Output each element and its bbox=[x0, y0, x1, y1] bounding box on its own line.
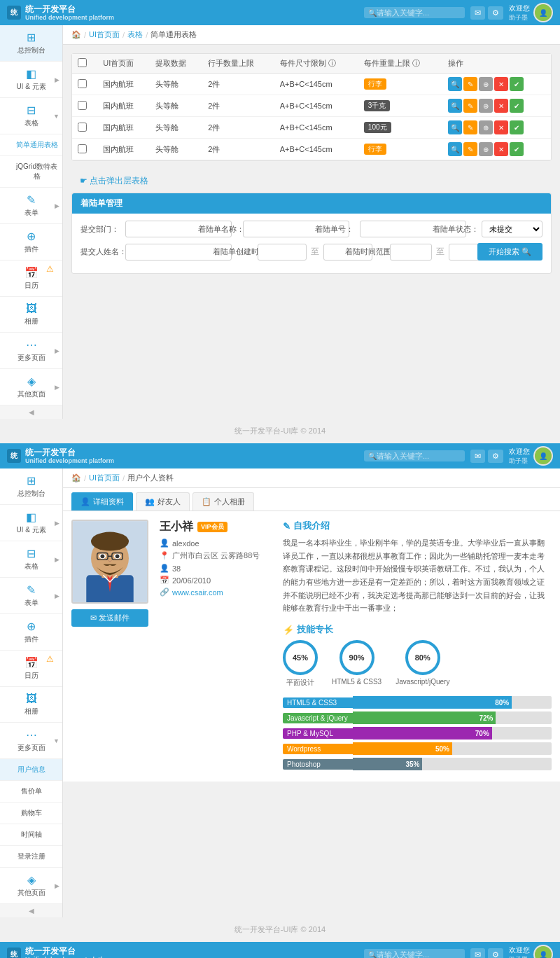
search-input-2[interactable] bbox=[377, 452, 461, 460]
sidebar2-cart[interactable]: 购物车 bbox=[0, 803, 62, 824]
breadcrumb-home[interactable]: 🏠 bbox=[71, 30, 81, 39]
confirm-btn-1[interactable]: ✔ bbox=[510, 99, 524, 113]
confirm-btn-2[interactable]: ✔ bbox=[510, 120, 524, 134]
settings-icon-btn-3[interactable]: ⚙ bbox=[488, 948, 503, 959]
select-all-checkbox[interactable] bbox=[78, 58, 87, 67]
copy-btn-0[interactable]: ⊕ bbox=[479, 77, 493, 91]
sidebar-sub-jqgrid[interactable]: jQGrid数特表格 bbox=[0, 156, 62, 188]
mail-icon-btn-2[interactable]: ✉ bbox=[470, 450, 485, 463]
sidebar-item-form[interactable]: ✎ 表单 ▶ bbox=[0, 188, 62, 224]
search-icon-3: 🔍 bbox=[368, 951, 377, 959]
profile-avatar bbox=[71, 520, 148, 604]
sidebar-collapse-btn-2[interactable]: ◀ bbox=[0, 904, 62, 917]
sidebar2-plugin[interactable]: ⊕ 插件 bbox=[0, 614, 62, 651]
view-btn-3[interactable]: 🔍 bbox=[448, 142, 462, 156]
tab-detail[interactable]: 👤 详细资料 bbox=[71, 492, 133, 511]
sidebar2-userinfo[interactable]: 用户信息 bbox=[0, 759, 62, 781]
copy-btn-1[interactable]: ⊕ bbox=[479, 99, 493, 113]
sidebar2-photo[interactable]: 🖼 相册 bbox=[0, 687, 62, 723]
sidebar-item-plugin[interactable]: ⊕ 插件 bbox=[0, 224, 62, 261]
app-title-3: 统一开发平台 bbox=[25, 946, 114, 956]
search-box-2[interactable]: 🔍 bbox=[364, 450, 465, 461]
copy-btn-3[interactable]: ⊕ bbox=[479, 142, 493, 156]
sidebar-item-more[interactable]: ⋯ 更多页面 ▶ bbox=[0, 333, 62, 369]
sidebar-label-ui: UI & 元素 bbox=[16, 82, 46, 92]
edit-btn-3[interactable]: ✎ bbox=[463, 142, 477, 156]
sidebar-item-dashboard[interactable]: ⊞ 总控制台 bbox=[0, 25, 62, 62]
view-btn-1[interactable]: 🔍 bbox=[448, 99, 462, 113]
row-checkbox-0[interactable] bbox=[78, 79, 87, 88]
cal-label-2: 日历 bbox=[24, 671, 38, 681]
sidebar-item-other[interactable]: ◈ 其他页面 ▶ bbox=[0, 369, 62, 405]
sidebar2-form[interactable]: ✎ 表单 ▶ bbox=[0, 578, 62, 614]
view-btn-2[interactable]: 🔍 bbox=[448, 120, 462, 134]
warning-icon: ⚠ bbox=[46, 264, 54, 274]
sidebar-item-ui[interactable]: ◧ UI & 元素 ▶ bbox=[0, 62, 62, 98]
sidebar2-timeline[interactable]: 时间轴 bbox=[0, 824, 62, 846]
confirm-btn-3[interactable]: ✔ bbox=[510, 142, 524, 156]
sidebar-label-calendar: 日历 bbox=[24, 281, 38, 291]
sidebar2-ui[interactable]: ◧ UI & 元素 ▶ bbox=[0, 505, 62, 541]
user-greeting: 欢迎您 bbox=[509, 4, 530, 13]
sidebar-sub-simple-table[interactable]: 简单通用表格 bbox=[0, 134, 62, 156]
settings-icon-btn[interactable]: ⚙ bbox=[488, 6, 503, 20]
search-input-3[interactable] bbox=[377, 950, 461, 958]
sidebar2-orders[interactable]: 售价单 bbox=[0, 781, 62, 803]
search-icon-2: 🔍 bbox=[368, 452, 377, 460]
sidebar-item-table[interactable]: ⊟ 表格 ▼ bbox=[0, 98, 62, 134]
profile-website: 🔗 www.csair.com bbox=[160, 588, 272, 597]
search-form: 着陆单管理 提交部门： 着陆单名称： bbox=[71, 193, 552, 274]
sidebar2-more[interactable]: ⋯ 更多页面 ▼ bbox=[0, 723, 62, 759]
sidebar2-calendar[interactable]: 📅 日历 ⚠ bbox=[0, 651, 62, 687]
dash-label-2: 总控制台 bbox=[18, 489, 46, 499]
row-checkbox-1[interactable] bbox=[78, 101, 87, 110]
breadcrumb-sep-5: / bbox=[122, 474, 125, 483]
sidebar2-table[interactable]: ⊟ 表格 ▶ bbox=[0, 541, 62, 578]
sidebar-label-dashboard: 总控制台 bbox=[18, 46, 46, 55]
click-hint[interactable]: ☛ 点击弹出层表格 bbox=[71, 169, 552, 193]
send-email-button[interactable]: ✉ 发送邮件 bbox=[71, 609, 148, 627]
edit-btn-2[interactable]: ✎ bbox=[463, 120, 477, 134]
sidebar-item-photo[interactable]: 🖼 相册 bbox=[0, 297, 62, 333]
breadcrumb-parent-2[interactable]: UI首页面 bbox=[89, 473, 120, 483]
dashboard-icon: ⊞ bbox=[27, 31, 36, 44]
create-time-start[interactable] bbox=[258, 244, 307, 261]
sidebar2-dashboard[interactable]: ⊞ 总控制台 bbox=[0, 468, 62, 505]
sidebar2-other[interactable]: ◈ 其他页面 ▶ bbox=[0, 868, 62, 904]
confirm-btn-0[interactable]: ✔ bbox=[510, 77, 524, 91]
sidebar-collapse-btn[interactable]: ◀ bbox=[0, 405, 62, 419]
tab-album[interactable]: 📋 个人相册 bbox=[192, 492, 254, 511]
breadcrumb-home-2[interactable]: 🏠 bbox=[71, 473, 81, 483]
delete-btn-2[interactable]: ✕ bbox=[494, 120, 508, 134]
sidebar2-login[interactable]: 登录注册 bbox=[0, 846, 62, 868]
breadcrumb-sep-1: / bbox=[84, 31, 86, 39]
breadcrumb-parent[interactable]: UI首页面 bbox=[89, 29, 120, 40]
action-btns-1: 🔍 ✎ ⊕ ✕ ✔ bbox=[448, 99, 545, 113]
orders-label: 售价单 bbox=[21, 786, 42, 796]
edit-btn-1[interactable]: ✎ bbox=[463, 99, 477, 113]
mail-icon-btn[interactable]: ✉ bbox=[470, 6, 485, 20]
search-button[interactable]: 开始搜索 🔍 bbox=[477, 243, 542, 261]
skill-circles: 45% 平面设计 90% HTML5 & CSS3 80% Javascript… bbox=[283, 640, 552, 688]
range-time-start[interactable] bbox=[390, 244, 432, 261]
sidebar-item-calendar[interactable]: 📅 日历 ⚠ bbox=[0, 261, 62, 297]
status-select[interactable]: 未提交 bbox=[482, 221, 543, 237]
search-box[interactable]: 🔍 bbox=[364, 7, 465, 18]
profile-username: 👤 alexdoe bbox=[160, 539, 272, 548]
view-btn-0[interactable]: 🔍 bbox=[448, 77, 462, 91]
delete-btn-0[interactable]: ✕ bbox=[494, 77, 508, 91]
delete-btn-3[interactable]: ✕ bbox=[494, 142, 508, 156]
breadcrumb-table[interactable]: 表格 bbox=[127, 29, 143, 40]
delete-btn-1[interactable]: ✕ bbox=[494, 99, 508, 113]
row-checkbox-2[interactable] bbox=[78, 123, 87, 132]
dept-field: 提交部门： bbox=[80, 221, 191, 237]
mail-icon-btn-3[interactable]: ✉ bbox=[470, 948, 485, 959]
tab-friends[interactable]: 👥 好友人 bbox=[136, 492, 190, 511]
settings-icon-btn-2[interactable]: ⚙ bbox=[488, 450, 503, 463]
search-box-3[interactable]: 🔍 bbox=[364, 949, 465, 958]
search-input[interactable] bbox=[377, 8, 461, 17]
edit-btn-0[interactable]: ✎ bbox=[463, 77, 477, 91]
chevron-2: ▶ bbox=[55, 520, 59, 527]
copy-btn-2[interactable]: ⊕ bbox=[479, 120, 493, 134]
row-checkbox-3[interactable] bbox=[78, 144, 87, 153]
